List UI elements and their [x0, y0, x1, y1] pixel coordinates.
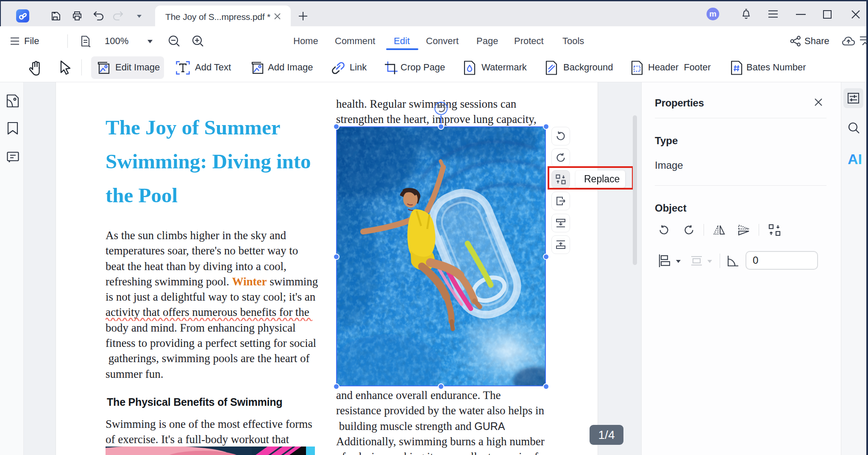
- svg-text:AI: AI: [848, 151, 862, 167]
